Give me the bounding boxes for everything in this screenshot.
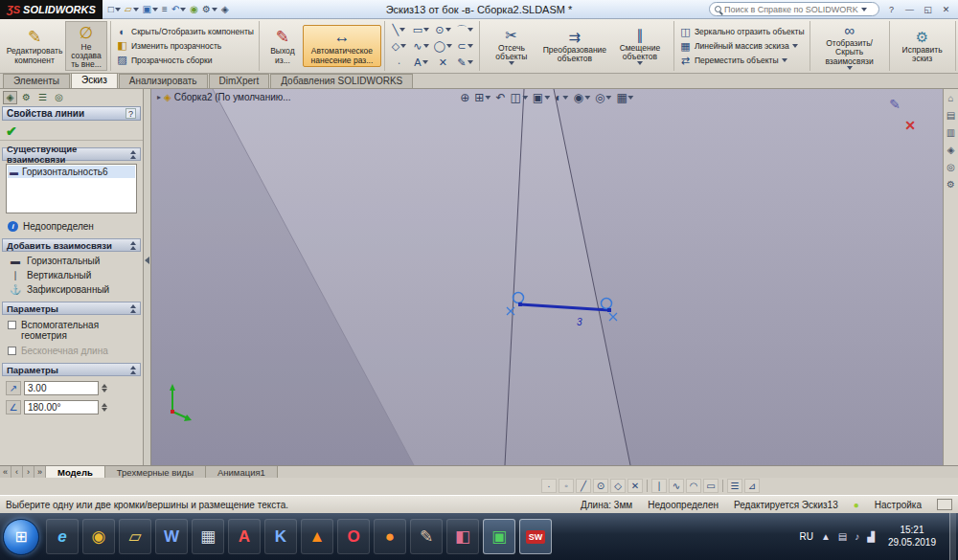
firefox-icon[interactable]: ● — [374, 519, 406, 554]
tab-3d-views[interactable]: Трехмерные виды — [105, 466, 206, 478]
calculator-icon[interactable]: ▦ — [192, 519, 224, 554]
assembly-transparency-button[interactable]: ▨ Прозрачность сборки — [114, 54, 256, 66]
grid-tool-icon[interactable]: ☰ — [727, 479, 742, 493]
spline-tool-icon[interactable]: ∿ — [669, 479, 684, 493]
point-tool-icon[interactable]: ∙ — [541, 479, 557, 493]
parameters-header[interactable]: Параметры — [2, 363, 141, 376]
angle-snap-tool-icon[interactable]: ⊿ — [744, 479, 760, 493]
sketch-ellipse-button[interactable]: ◯ — [432, 38, 454, 55]
sketch-text-button[interactable]: A — [410, 55, 432, 71]
flyout-feature-tree[interactable]: ▸ ◈ Сборка2 (По умолчанию... — [157, 92, 291, 102]
save-icon[interactable]: ▣ — [143, 4, 158, 14]
tab-scroll-last[interactable]: » — [34, 466, 46, 478]
add-horizontal-relation[interactable]: ▬ Горизонтальный — [10, 256, 133, 266]
existing-relations-header[interactable]: Существующие взаимосвязи — [2, 147, 141, 161]
file-explorer-icon[interactable]: ▥ — [947, 127, 955, 138]
appearances-pane-icon[interactable]: ◎ — [947, 162, 955, 172]
circle-tool-icon[interactable]: ⊙ — [593, 479, 608, 493]
search-input[interactable] — [724, 5, 858, 14]
appearances-icon[interactable]: ◎ — [595, 91, 611, 104]
exit-sketch-button[interactable]: ✎ Выход из... — [262, 26, 303, 65]
vlc-icon[interactable]: ▲ — [301, 519, 333, 554]
open-icon[interactable]: ▱ — [125, 4, 139, 14]
tab-scroll-next[interactable]: › — [23, 466, 34, 478]
tab-dimxpert[interactable]: DimXpert — [209, 74, 270, 88]
cancel-sketch-icon[interactable]: ✕ — [904, 118, 916, 133]
tab-scroll-first[interactable]: « — [0, 466, 11, 478]
language-indicator[interactable]: RU — [799, 531, 812, 542]
tab-model[interactable]: Модель — [46, 466, 105, 478]
length-spinner[interactable] — [102, 384, 107, 392]
assembly-root-label[interactable]: Сборка2 (По умолчанию... — [174, 92, 291, 102]
chrome-icon[interactable]: ◉ — [82, 519, 115, 554]
search-dropdown-icon[interactable] — [861, 8, 867, 11]
tray-volume-icon[interactable]: ♪ — [855, 531, 859, 542]
help-search[interactable] — [709, 2, 879, 16]
file-properties-icon[interactable]: ◈ — [221, 4, 229, 14]
offset-entities-button[interactable]: ∥ Смещение объектов — [609, 27, 671, 65]
sketch-polygon-button[interactable]: ◇ — [388, 38, 410, 55]
no-external-references-button[interactable]: ∅ Не создава ть вне... — [65, 21, 107, 72]
print-icon[interactable]: ≡ — [162, 4, 168, 14]
file-explorer-taskbar-icon[interactable]: ▱ — [119, 519, 151, 554]
panel-help-button[interactable]: ? — [125, 108, 136, 119]
erase-tool-icon[interactable]: ✕ — [627, 479, 643, 493]
angle-spinner[interactable] — [102, 403, 107, 412]
edit-component-button[interactable]: ✎ Редактировать компонент — [4, 26, 65, 65]
relations-listbox[interactable]: ▬ Горизонтальность6 — [6, 164, 137, 213]
tray-monitor-icon[interactable]: ▤ — [838, 531, 847, 542]
options-icon[interactable]: ⚙ — [202, 4, 217, 14]
hide-show-components-button[interactable]: ◐ Скрыть/Отобразить компоненты — [114, 26, 256, 37]
centerline-tool-icon[interactable]: ∣ — [651, 479, 667, 493]
sketch-point-button[interactable]: ∙ — [388, 55, 410, 71]
smart-dimension-button[interactable]: ↔ Автоматическое нанесение раз... — [303, 25, 381, 66]
zoom-fit-icon[interactable]: ⊕ — [460, 91, 469, 104]
tab-evaluate[interactable]: Анализировать — [119, 74, 208, 88]
sketch-line-button[interactable]: ╲ — [388, 22, 410, 38]
rectangle-tool-icon[interactable]: ▭ — [703, 479, 718, 493]
repair-sketch-button[interactable]: ⚙ Исправить эскиз — [893, 29, 952, 63]
solidworks-taskbar-icon[interactable]: SW — [519, 519, 552, 554]
convert-entities-button[interactable]: ⇉ Преобразование объектов — [540, 29, 609, 63]
tree-expander-icon[interactable]: ▸ — [157, 93, 161, 101]
sketch-circle-button[interactable]: ⊙ — [432, 22, 454, 38]
mirror-entities-button[interactable]: ◫ Зеркально отразить объекты — [677, 26, 807, 38]
angle-input[interactable] — [24, 400, 99, 414]
trim-entities-button[interactable]: ✂ Отсечь объекты — [483, 27, 540, 65]
show-desktop-button[interactable] — [949, 513, 956, 560]
add-fix-relation[interactable]: ⚓ Зафиксированный — [10, 284, 133, 295]
status-settings-link[interactable]: Настройка — [875, 500, 922, 510]
checkbox-icon[interactable] — [8, 321, 16, 329]
display-manager-tab[interactable]: ☰ — [35, 91, 50, 104]
previous-view-icon[interactable]: ↶ — [495, 91, 505, 104]
tab-scroll-prev[interactable]: ‹ — [11, 466, 23, 478]
collapse-panel-icon[interactable] — [145, 257, 149, 264]
tab-animation1[interactable]: Анимация1 — [206, 466, 278, 478]
sketch-rectangle-button[interactable]: ▭ — [410, 22, 432, 38]
taskbar-clock[interactable]: 15:21 29.05.2019 — [882, 525, 942, 549]
rebuild-icon[interactable]: ◉ — [190, 4, 198, 14]
add-vertical-relation[interactable]: ∣ Вертикальный — [10, 270, 133, 280]
close-button[interactable]: ✕ — [938, 3, 954, 16]
gimp-icon[interactable]: ✎ — [410, 519, 443, 554]
sketch-slot-button[interactable]: ⊂ — [454, 38, 476, 55]
view-orientation-icon[interactable]: ▣ — [533, 91, 550, 104]
scene-icon[interactable]: ▦ — [616, 91, 633, 104]
undo-icon[interactable]: ↶ — [171, 4, 186, 14]
hidden-icons-button[interactable]: ▲ — [821, 531, 831, 542]
display-relations-button[interactable]: ∞ Отобразить/Скрыть взаимосвязи — [813, 22, 886, 70]
paint-icon[interactable]: ◧ — [446, 519, 479, 554]
kompas-icon[interactable]: K — [264, 519, 297, 554]
construction-geometry-checkbox[interactable]: Вспомогательная геометрия — [8, 320, 135, 341]
kompas-3d-icon[interactable]: ▣ — [483, 519, 515, 554]
length-input[interactable] — [24, 381, 99, 395]
new-document-icon[interactable]: □ — [108, 4, 121, 14]
property-manager-tab[interactable]: ◈ — [3, 91, 17, 104]
custom-properties-icon[interactable]: ⚙ — [947, 179, 955, 190]
accept-button[interactable]: ✔ — [6, 123, 17, 139]
options-header[interactable]: Параметры — [2, 302, 141, 315]
add-relations-header[interactable]: Добавить взаимосвязи — [2, 238, 141, 252]
linear-pattern-button[interactable]: ▦ Линейный массив эскиза — [677, 40, 807, 53]
arc-tool-icon[interactable]: ◠ — [686, 479, 701, 493]
tab-sketch[interactable]: Эскиз — [71, 73, 118, 88]
